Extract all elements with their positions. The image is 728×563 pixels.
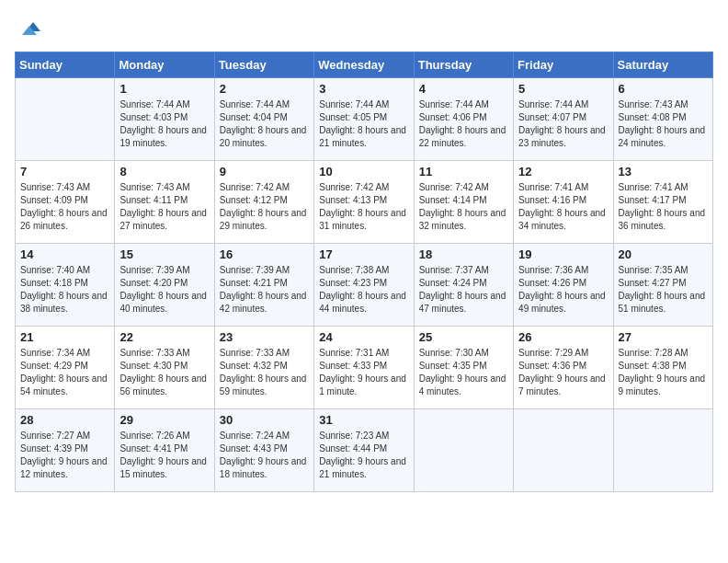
weekday-header-wednesday: Wednesday <box>314 52 414 78</box>
day-info: Sunrise: 7:39 AMSunset: 4:21 PMDaylight:… <box>220 264 309 316</box>
day-info: Sunrise: 7:26 AMSunset: 4:41 PMDaylight:… <box>119 430 209 481</box>
day-number: 22 <box>119 330 209 344</box>
day-number: 23 <box>220 330 309 344</box>
day-info: Sunrise: 7:30 AMSunset: 4:35 PMDaylight:… <box>419 347 508 398</box>
day-info: Sunrise: 7:38 AMSunset: 4:23 PMDaylight:… <box>319 264 408 316</box>
day-info: Sunrise: 7:42 AMSunset: 4:12 PMDaylight:… <box>220 181 309 233</box>
day-number: 19 <box>518 247 608 261</box>
weekday-header-friday: Friday <box>514 52 613 78</box>
day-number: 21 <box>20 330 109 344</box>
calendar-cell: 6Sunrise: 7:43 AMSunset: 4:08 PMDaylight… <box>613 78 712 161</box>
day-number: 17 <box>319 247 408 261</box>
day-info: Sunrise: 7:39 AMSunset: 4:20 PMDaylight:… <box>119 264 209 316</box>
weekday-header-thursday: Thursday <box>414 52 513 78</box>
calendar-cell: 30Sunrise: 7:24 AMSunset: 4:43 PMDayligh… <box>214 409 313 492</box>
day-info: Sunrise: 7:34 AMSunset: 4:29 PMDaylight:… <box>20 347 109 398</box>
day-number: 4 <box>419 82 508 96</box>
calendar-cell <box>514 409 613 492</box>
day-number: 12 <box>518 165 608 178</box>
day-number: 5 <box>518 82 608 96</box>
day-info: Sunrise: 7:29 AMSunset: 4:36 PMDaylight:… <box>518 347 608 398</box>
day-number: 29 <box>119 413 209 427</box>
day-number: 31 <box>319 413 408 427</box>
calendar-cell: 24Sunrise: 7:31 AMSunset: 4:33 PMDayligh… <box>314 327 414 409</box>
day-info: Sunrise: 7:24 AMSunset: 4:43 PMDaylight:… <box>220 430 309 481</box>
calendar-cell: 21Sunrise: 7:34 AMSunset: 4:29 PMDayligh… <box>16 327 115 409</box>
day-info: Sunrise: 7:42 AMSunset: 4:14 PMDaylight:… <box>419 181 508 233</box>
page-header <box>15 15 713 42</box>
calendar-week-row: 7Sunrise: 7:43 AMSunset: 4:09 PMDaylight… <box>16 161 713 244</box>
day-info: Sunrise: 7:27 AMSunset: 4:39 PMDaylight:… <box>20 430 109 481</box>
day-number: 28 <box>20 413 109 427</box>
calendar-cell: 25Sunrise: 7:30 AMSunset: 4:35 PMDayligh… <box>414 327 513 409</box>
calendar-cell: 13Sunrise: 7:41 AMSunset: 4:17 PMDayligh… <box>613 161 712 244</box>
day-info: Sunrise: 7:44 AMSunset: 4:07 PMDaylight:… <box>518 98 608 150</box>
day-number: 27 <box>619 330 708 344</box>
calendar-cell: 8Sunrise: 7:43 AMSunset: 4:11 PMDaylight… <box>115 161 214 244</box>
calendar-cell: 19Sunrise: 7:36 AMSunset: 4:26 PMDayligh… <box>514 244 613 327</box>
weekday-header-tuesday: Tuesday <box>214 52 313 78</box>
calendar-cell: 14Sunrise: 7:40 AMSunset: 4:18 PMDayligh… <box>16 244 115 327</box>
calendar-week-row: 14Sunrise: 7:40 AMSunset: 4:18 PMDayligh… <box>16 244 713 327</box>
day-info: Sunrise: 7:41 AMSunset: 4:16 PMDaylight:… <box>518 181 608 233</box>
calendar-cell: 23Sunrise: 7:33 AMSunset: 4:32 PMDayligh… <box>214 327 313 409</box>
weekday-header-monday: Monday <box>115 52 214 78</box>
calendar-table: SundayMondayTuesdayWednesdayThursdayFrid… <box>15 52 713 492</box>
day-number: 3 <box>319 82 408 96</box>
day-number: 25 <box>419 330 508 344</box>
calendar-week-row: 1Sunrise: 7:44 AMSunset: 4:03 PMDaylight… <box>16 78 713 161</box>
day-number: 1 <box>119 82 209 96</box>
day-number: 16 <box>220 247 309 261</box>
day-number: 26 <box>518 330 608 344</box>
weekday-header-sunday: Sunday <box>16 52 115 78</box>
calendar-week-row: 21Sunrise: 7:34 AMSunset: 4:29 PMDayligh… <box>16 327 713 409</box>
day-info: Sunrise: 7:43 AMSunset: 4:09 PMDaylight:… <box>20 181 109 233</box>
calendar-cell: 27Sunrise: 7:28 AMSunset: 4:38 PMDayligh… <box>613 327 712 409</box>
calendar-cell <box>16 78 115 161</box>
day-info: Sunrise: 7:40 AMSunset: 4:18 PMDaylight:… <box>20 264 109 316</box>
day-info: Sunrise: 7:31 AMSunset: 4:33 PMDaylight:… <box>319 347 408 398</box>
day-info: Sunrise: 7:23 AMSunset: 4:44 PMDaylight:… <box>319 430 408 481</box>
day-info: Sunrise: 7:43 AMSunset: 4:11 PMDaylight:… <box>119 181 209 233</box>
calendar-cell <box>414 409 513 492</box>
day-number: 9 <box>220 165 309 178</box>
day-number: 2 <box>220 82 309 96</box>
day-info: Sunrise: 7:44 AMSunset: 4:03 PMDaylight:… <box>119 98 209 150</box>
day-info: Sunrise: 7:42 AMSunset: 4:13 PMDaylight:… <box>319 181 408 233</box>
calendar-cell: 28Sunrise: 7:27 AMSunset: 4:39 PMDayligh… <box>16 409 115 492</box>
weekday-header-saturday: Saturday <box>613 52 712 78</box>
day-number: 6 <box>619 82 708 96</box>
day-number: 11 <box>419 165 508 178</box>
day-number: 7 <box>20 165 109 178</box>
calendar-cell: 7Sunrise: 7:43 AMSunset: 4:09 PMDaylight… <box>16 161 115 244</box>
calendar-cell: 16Sunrise: 7:39 AMSunset: 4:21 PMDayligh… <box>214 244 313 327</box>
day-info: Sunrise: 7:37 AMSunset: 4:24 PMDaylight:… <box>419 264 508 316</box>
day-info: Sunrise: 7:33 AMSunset: 4:32 PMDaylight:… <box>220 347 309 398</box>
day-info: Sunrise: 7:44 AMSunset: 4:04 PMDaylight:… <box>220 98 309 150</box>
calendar-cell <box>613 409 712 492</box>
calendar-cell: 9Sunrise: 7:42 AMSunset: 4:12 PMDaylight… <box>214 161 313 244</box>
logo-icon <box>15 15 42 42</box>
day-number: 18 <box>419 247 508 261</box>
calendar-cell: 31Sunrise: 7:23 AMSunset: 4:44 PMDayligh… <box>314 409 414 492</box>
day-number: 30 <box>220 413 309 427</box>
calendar-cell: 20Sunrise: 7:35 AMSunset: 4:27 PMDayligh… <box>613 244 712 327</box>
calendar-cell: 4Sunrise: 7:44 AMSunset: 4:06 PMDaylight… <box>414 78 513 161</box>
day-number: 13 <box>619 165 708 178</box>
day-number: 24 <box>319 330 408 344</box>
calendar-cell: 18Sunrise: 7:37 AMSunset: 4:24 PMDayligh… <box>414 244 513 327</box>
calendar-week-row: 28Sunrise: 7:27 AMSunset: 4:39 PMDayligh… <box>16 409 713 492</box>
weekday-header-row: SundayMondayTuesdayWednesdayThursdayFrid… <box>16 52 713 78</box>
logo <box>15 15 46 42</box>
day-info: Sunrise: 7:35 AMSunset: 4:27 PMDaylight:… <box>619 264 708 316</box>
day-info: Sunrise: 7:36 AMSunset: 4:26 PMDaylight:… <box>518 264 608 316</box>
calendar-cell: 29Sunrise: 7:26 AMSunset: 4:41 PMDayligh… <box>115 409 214 492</box>
day-number: 20 <box>619 247 708 261</box>
day-info: Sunrise: 7:41 AMSunset: 4:17 PMDaylight:… <box>619 181 708 233</box>
calendar-cell: 15Sunrise: 7:39 AMSunset: 4:20 PMDayligh… <box>115 244 214 327</box>
calendar-cell: 3Sunrise: 7:44 AMSunset: 4:05 PMDaylight… <box>314 78 414 161</box>
calendar-cell: 1Sunrise: 7:44 AMSunset: 4:03 PMDaylight… <box>115 78 214 161</box>
day-info: Sunrise: 7:28 AMSunset: 4:38 PMDaylight:… <box>619 347 708 398</box>
calendar-cell: 22Sunrise: 7:33 AMSunset: 4:30 PMDayligh… <box>115 327 214 409</box>
day-info: Sunrise: 7:43 AMSunset: 4:08 PMDaylight:… <box>619 98 708 150</box>
